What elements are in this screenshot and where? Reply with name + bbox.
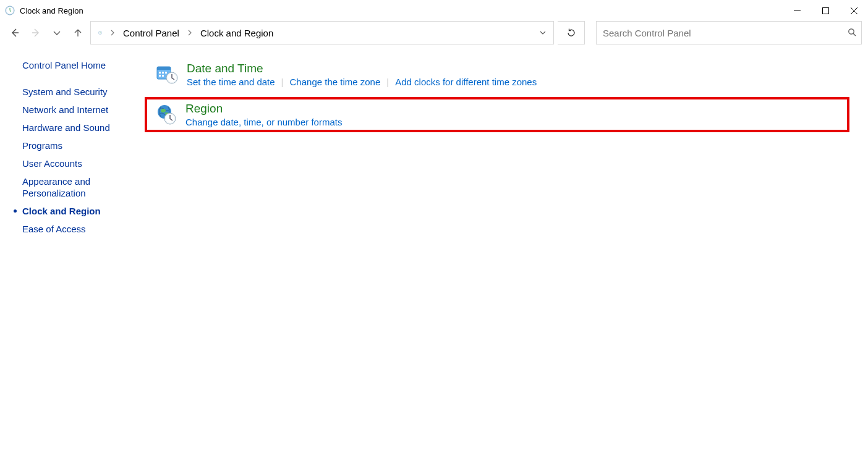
- sidebar-item[interactable]: Clock and Region: [22, 205, 142, 217]
- category-sublink[interactable]: Set the time and date: [187, 77, 275, 87]
- sidebar-item[interactable]: Hardware and Sound: [22, 122, 142, 133]
- main-panel: Date and TimeSet the time and date|Chang…: [148, 59, 868, 241]
- category-sublink[interactable]: Change the time zone: [290, 77, 381, 87]
- minimize-button[interactable]: [783, 0, 811, 21]
- calendar-clock-icon: [153, 62, 181, 85]
- content-area: Control Panel HomeSystem and SecurityNet…: [0, 44, 868, 241]
- window-title: Clock and Region: [20, 6, 83, 15]
- chevron-right-icon[interactable]: [106, 30, 119, 36]
- svg-rect-12: [162, 75, 164, 77]
- category-title[interactable]: Date and Time: [187, 62, 537, 75]
- sidebar-item[interactable]: User Accounts: [22, 158, 142, 169]
- sidebar-item[interactable]: Ease of Access: [22, 223, 142, 235]
- title-bar: Clock and Region: [0, 0, 868, 21]
- breadcrumb-item[interactable]: Control Panel: [119, 28, 183, 38]
- recent-locations-button[interactable]: [48, 24, 66, 41]
- svg-rect-2: [822, 7, 828, 14]
- back-button[interactable]: [6, 24, 23, 41]
- link-divider: |: [275, 77, 290, 87]
- search-box[interactable]: [596, 21, 862, 44]
- search-input[interactable]: [602, 27, 848, 39]
- category-sublink[interactable]: Add clocks for different time zones: [395, 77, 537, 87]
- refresh-button[interactable]: [558, 21, 585, 44]
- sidebar-item[interactable]: Programs: [22, 140, 142, 151]
- address-dropdown-button[interactable]: [535, 22, 551, 44]
- svg-rect-11: [159, 75, 161, 77]
- svg-rect-9: [162, 72, 164, 74]
- toolbar: Control Panel Clock and Region: [0, 21, 868, 44]
- sidebar-home[interactable]: Control Panel Home: [22, 59, 142, 71]
- sidebar-item[interactable]: Network and Internet: [22, 104, 142, 116]
- app-icon: [5, 6, 15, 15]
- sidebar-item[interactable]: System and Security: [22, 86, 142, 98]
- up-button[interactable]: [69, 24, 87, 41]
- svg-point-5: [849, 28, 854, 33]
- link-divider: |: [380, 77, 395, 87]
- globe-clock-icon: [152, 102, 179, 125]
- category: Date and TimeSet the time and date|Chang…: [148, 59, 849, 90]
- svg-point-16: [161, 109, 166, 112]
- category-title[interactable]: Region: [185, 102, 342, 116]
- search-icon: [848, 28, 856, 38]
- close-button[interactable]: [840, 0, 868, 21]
- maximize-button[interactable]: [811, 0, 840, 21]
- sidebar: Control Panel HomeSystem and SecurityNet…: [0, 59, 148, 241]
- category-sublink[interactable]: Change date, time, or number formats: [185, 117, 342, 127]
- svg-rect-8: [159, 72, 161, 74]
- chevron-right-icon[interactable]: [183, 30, 197, 36]
- breadcrumb-item[interactable]: Clock and Region: [197, 28, 277, 38]
- svg-rect-7: [157, 67, 171, 70]
- address-bar[interactable]: Control Panel Clock and Region: [90, 21, 554, 44]
- svg-rect-10: [165, 72, 167, 74]
- sidebar-item[interactable]: Appearance and Personalization: [22, 175, 142, 199]
- location-icon: [95, 27, 106, 38]
- category: RegionChange date, time, or number forma…: [145, 97, 849, 132]
- forward-button[interactable]: [27, 24, 45, 41]
